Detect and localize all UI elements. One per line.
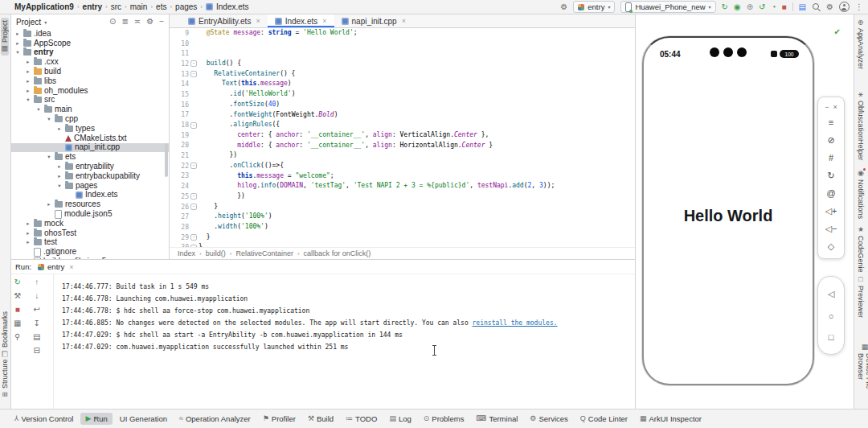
toolwindow-button-code-linter[interactable]: QCode Linter bbox=[575, 413, 633, 425]
breadcrumb-item[interactable]: pages bbox=[175, 2, 197, 11]
chevron-icon[interactable]: ▾ bbox=[35, 106, 42, 113]
chevron-icon[interactable]: ▾ bbox=[25, 97, 31, 103]
toolwindow-button-services[interactable]: ⚙Services bbox=[525, 413, 573, 425]
tree-scrollbar[interactable] bbox=[165, 143, 168, 177]
tree-item-src[interactable]: ▾src bbox=[11, 96, 169, 105]
tab-entryability-ets[interactable]: EntryAbility.ets× bbox=[181, 14, 268, 27]
prev-occurrence-icon[interactable]: ↑ bbox=[35, 278, 39, 286]
fold-marker-icon[interactable]: − bbox=[190, 163, 197, 169]
power-icon[interactable]: ◇ bbox=[818, 237, 844, 255]
toolwindow-button-ui-generation[interactable]: UI Generation bbox=[115, 413, 172, 425]
attach-debugger-button[interactable]: ⊕ bbox=[747, 3, 753, 11]
toolwindow-button-build[interactable]: ⚒Build bbox=[303, 413, 338, 425]
chevron-icon[interactable]: ▾ bbox=[46, 116, 52, 122]
sidebar-item-project[interactable]: ▦Project bbox=[1, 18, 9, 56]
chevron-icon[interactable]: ▸ bbox=[25, 59, 31, 65]
print-icon[interactable]: ▤ bbox=[33, 332, 40, 341]
clear-all-icon[interactable]: ⊟ bbox=[34, 346, 40, 355]
stop-icon[interactable]: ■ bbox=[15, 305, 20, 314]
breadcrumb-file[interactable]: Index.ets bbox=[216, 2, 249, 11]
account-icon[interactable] bbox=[839, 2, 850, 12]
tree-item-test[interactable]: ▸test bbox=[11, 238, 169, 248]
tree-item-cpp[interactable]: ▾cpp bbox=[11, 114, 169, 124]
recents-button[interactable]: □ bbox=[829, 332, 834, 342]
editor-body[interactable]: 9101112−13−1415161718−19202122−232425−26… bbox=[170, 28, 635, 247]
run-tab-entry[interactable]: entry × bbox=[38, 262, 73, 271]
tree-item-resources[interactable]: ▸resources bbox=[11, 200, 169, 209]
tree-item-entrybackupability[interactable]: ▸entrybackupability bbox=[11, 171, 169, 181]
tree-item--gitignore[interactable]: .gitignore bbox=[11, 247, 169, 257]
tab-index-ets[interactable]: Index.ets× bbox=[268, 14, 334, 27]
collapse-all-icon[interactable]: ≍ bbox=[134, 18, 141, 26]
reinstall-modules-link[interactable]: reinstall the modules. bbox=[473, 319, 558, 327]
soft-wrap-icon[interactable]: ↩ bbox=[34, 305, 40, 314]
breadcrumb-item[interactable]: src bbox=[111, 2, 121, 11]
device-select[interactable]: Huawei_Phone_new▾ bbox=[620, 1, 715, 13]
select-opened-file-icon[interactable]: ⊙ bbox=[109, 18, 116, 26]
volume-down-icon[interactable]: ◁− bbox=[818, 220, 844, 237]
debug-button[interactable]: ◉ bbox=[734, 3, 741, 11]
back-button[interactable]: ◁ bbox=[828, 289, 834, 299]
run-button[interactable]: ↻ bbox=[722, 3, 728, 11]
breadcrumb-item[interactable]: MyApplication9 bbox=[14, 2, 74, 11]
device-manager-icon[interactable]: ▤ bbox=[799, 3, 806, 11]
tree-item-index-ets[interactable]: Index.ets bbox=[11, 191, 169, 200]
toolwindow-button-problems[interactable]: ⊙Problems bbox=[419, 413, 469, 425]
breadcrumb-item[interactable]: entry bbox=[83, 2, 102, 11]
tree-item-cmakelists-txt[interactable]: CMakeLists.txt bbox=[11, 134, 169, 143]
tab-napi-init-cpp[interactable]: napi_init.cpp× bbox=[334, 14, 413, 27]
tree-item--cxx[interactable]: ▸.cxx bbox=[11, 57, 169, 67]
tree-item-mock[interactable]: ▸mock bbox=[11, 219, 169, 228]
tree-item-libs[interactable]: ▸libs bbox=[11, 76, 169, 86]
toolwindow-button-operation-analyzer[interactable]: ≈Operation Analyzer bbox=[174, 413, 256, 425]
expand-all-icon[interactable]: ≣ bbox=[121, 18, 128, 26]
close-icon[interactable]: × bbox=[402, 17, 406, 25]
tree-item-entry[interactable]: ▾entry bbox=[11, 48, 169, 58]
volume-up-icon[interactable]: ◁+ bbox=[818, 202, 844, 220]
minimize-icon[interactable]: − bbox=[825, 103, 829, 111]
toolwindow-button-version-control[interactable]: ⅄Version Control bbox=[10, 413, 78, 425]
fold-marker-icon[interactable]: − bbox=[190, 204, 197, 210]
toolwindow-button-todo[interactable]: ≔TODO bbox=[341, 413, 382, 425]
tree-item-main[interactable]: ▾main bbox=[11, 105, 169, 114]
chevron-icon[interactable]: ▸ bbox=[56, 163, 63, 170]
breadcrumb-item[interactable]: RelativeContainer bbox=[235, 249, 293, 257]
scroll-to-end-icon[interactable]: ↧ bbox=[34, 319, 40, 327]
dump-threads-icon[interactable]: ▦ bbox=[14, 319, 21, 327]
edit-configuration-icon[interactable]: ⚒ bbox=[14, 291, 21, 300]
breadcrumb-item[interactable]: Index bbox=[178, 249, 195, 257]
home-button[interactable]: ○ bbox=[829, 311, 834, 321]
screenshot-icon[interactable]: # bbox=[818, 149, 844, 167]
tree-item-pages[interactable]: ▾pages bbox=[11, 181, 169, 191]
toolwindow-button-terminal[interactable]: ⌨Terminal bbox=[471, 413, 522, 425]
code-view[interactable]: @State message: string = 'Hello World'; … bbox=[199, 28, 635, 247]
tree-item-types[interactable]: ▸types bbox=[11, 124, 169, 134]
chevron-icon[interactable]: ▸ bbox=[25, 220, 31, 227]
tree-item-entryability[interactable]: ▸entryability bbox=[11, 162, 169, 171]
orientation-icon[interactable]: @ bbox=[818, 184, 844, 202]
tree-item-ets[interactable]: ▾ets bbox=[11, 152, 169, 162]
breadcrumb-item[interactable]: callback for onClick() bbox=[304, 249, 371, 257]
rotate-icon[interactable]: ↻ bbox=[818, 167, 844, 184]
close-icon[interactable]: × bbox=[256, 17, 260, 25]
sidebar-item-previewer[interactable]: □Previewer bbox=[857, 275, 865, 318]
tree-item--idea[interactable]: ▸.idea bbox=[11, 29, 169, 39]
run-config-select[interactable]: entry▾ bbox=[573, 1, 615, 13]
sync-settings-icon[interactable]: ⚙ bbox=[560, 3, 567, 11]
chevron-icon[interactable]: ▸ bbox=[25, 239, 31, 245]
sidebar-item-codegenie[interactable]: ★CodeGenie bbox=[857, 225, 865, 273]
close-icon[interactable]: × bbox=[69, 263, 73, 271]
fold-marker-icon[interactable]: − bbox=[190, 71, 197, 77]
breadcrumb-item[interactable]: main bbox=[130, 2, 148, 11]
chevron-icon[interactable]: ▸ bbox=[56, 173, 63, 179]
fold-marker-icon[interactable]: − bbox=[190, 60, 197, 67]
phone-screen[interactable]: 05:44 100 Hello World bbox=[648, 42, 809, 380]
next-occurrence-icon[interactable]: ↓ bbox=[35, 291, 39, 300]
more-icon[interactable]: ⋮ bbox=[855, 3, 863, 11]
chevron-icon[interactable]: ▸ bbox=[14, 31, 21, 37]
run-console[interactable]: 17:44:46.777: Build task in 1 s 549 ms17… bbox=[54, 274, 635, 409]
chevron-icon[interactable]: ▸ bbox=[25, 88, 31, 94]
sidebar-item-notifications[interactable]: ◉Notifications bbox=[857, 169, 865, 219]
chevron-icon[interactable]: ▾ bbox=[14, 49, 21, 56]
tree-item-napi-init-cpp[interactable]: napi_init.cpp bbox=[11, 143, 169, 153]
